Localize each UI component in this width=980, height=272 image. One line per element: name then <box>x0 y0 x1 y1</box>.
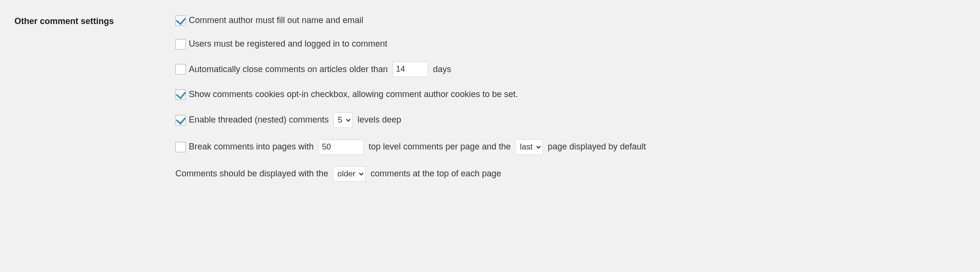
row-order: Comments should be displayed with the ol… <box>175 166 966 182</box>
options-column: Comment author must fill out name and em… <box>175 14 966 182</box>
row-cookies-optin: Show comments cookies opt-in checkbox, a… <box>175 88 966 100</box>
row-auto-close: Automatically close comments on articles… <box>175 62 966 77</box>
row-name-email: Comment author must fill out name and em… <box>175 14 966 26</box>
checkbox-label-pagination[interactable]: Break comments into pages with <box>175 141 314 153</box>
label-threaded-after: levels deep <box>357 114 401 126</box>
input-comments-per-page[interactable] <box>318 139 364 155</box>
checkbox-pagination[interactable] <box>175 142 186 152</box>
checkbox-label-name-email[interactable]: Comment author must fill out name and em… <box>175 14 363 26</box>
label-pagination-mid: top level comments per page and the <box>368 141 511 153</box>
select-comment-order[interactable]: older <box>333 166 366 182</box>
checkbox-label-cookies[interactable]: Show comments cookies opt-in checkbox, a… <box>175 88 518 100</box>
label-name-email: Comment author must fill out name and em… <box>189 14 363 26</box>
label-order-before: Comments should be displayed with the <box>175 168 328 180</box>
label-threaded-before: Enable threaded (nested) comments <box>189 114 329 126</box>
label-order-after: comments at the top of each page <box>370 168 501 180</box>
input-close-days[interactable] <box>392 62 428 77</box>
label-auto-close-before: Automatically close comments on articles… <box>189 63 388 75</box>
label-registered: Users must be registered and logged in t… <box>189 38 387 50</box>
checkbox-auto-close[interactable] <box>175 64 186 74</box>
checkbox-label-threaded[interactable]: Enable threaded (nested) comments <box>175 114 329 126</box>
label-cookies-optin: Show comments cookies opt-in checkbox, a… <box>189 88 518 100</box>
checkbox-name-email[interactable] <box>175 15 186 26</box>
select-default-page[interactable]: last <box>515 139 543 155</box>
row-pagination: Break comments into pages with top level… <box>175 139 966 155</box>
checkbox-registered[interactable] <box>175 39 186 49</box>
checkbox-label-auto-close[interactable]: Automatically close comments on articles… <box>175 63 388 75</box>
label-auto-close-after: days <box>433 63 451 75</box>
checkbox-cookies-optin[interactable] <box>175 89 186 100</box>
section-heading: Other comment settings <box>14 14 175 182</box>
checkbox-label-registered[interactable]: Users must be registered and logged in t… <box>175 38 387 50</box>
label-pagination-after: page displayed by default <box>548 141 646 153</box>
row-threaded: Enable threaded (nested) comments 5 leve… <box>175 112 966 128</box>
label-pagination-before: Break comments into pages with <box>189 141 314 153</box>
select-thread-depth[interactable]: 5 <box>333 112 353 128</box>
checkbox-threaded[interactable] <box>175 115 186 125</box>
row-registered: Users must be registered and logged in t… <box>175 38 966 50</box>
